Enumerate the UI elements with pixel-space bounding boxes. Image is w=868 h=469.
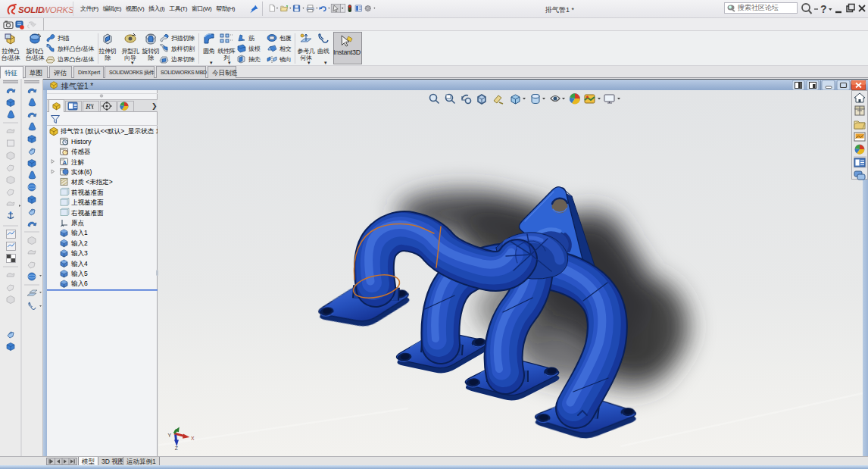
svg-text:上视基准面: 上视基准面 <box>71 199 104 206</box>
svg-text:输入3: 输入3 <box>70 249 88 257</box>
svg-text:WORKS: WORKS <box>42 5 74 14</box>
svg-text:输入5: 输入5 <box>70 270 88 277</box>
svg-text:SOLID: SOLID <box>18 5 44 14</box>
svg-text:输入1: 输入1 <box>70 229 88 236</box>
svg-text:输入4: 输入4 <box>70 260 88 267</box>
svg-text:前视基准面: 前视基准面 <box>71 189 104 196</box>
svg-text:实体(6): 实体(6) <box>71 168 92 176</box>
svg-text:输入2: 输入2 <box>70 239 88 247</box>
svg-text:X: X <box>191 436 195 441</box>
svg-text:R: R <box>85 102 91 111</box>
svg-text:原点: 原点 <box>71 219 85 227</box>
svg-text:?: ? <box>820 3 827 15</box>
svg-text:Z: Z <box>175 446 178 451</box>
svg-text:右视基准面: 右视基准面 <box>70 209 104 217</box>
svg-text:A: A <box>63 159 67 166</box>
svg-text:History: History <box>71 138 92 145</box>
svg-text:Y: Y <box>168 433 172 438</box>
svg-text:排气管1 (默认<<默认>_显示状态 1>): 排气管1 (默认<<默认>_显示状态 1>) <box>61 127 158 135</box>
svg-text:材质 <未指定>: 材质 <未指定> <box>70 178 113 186</box>
svg-text:传感器: 传感器 <box>70 148 91 155</box>
svg-text:注解: 注解 <box>71 158 85 166</box>
svg-text:输入6: 输入6 <box>70 280 88 287</box>
